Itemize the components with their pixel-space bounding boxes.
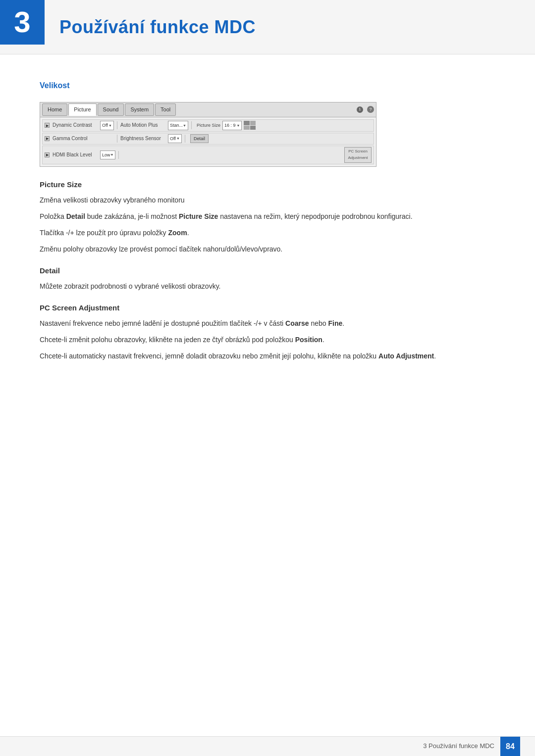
mdc-menu-home[interactable]: Home (42, 103, 67, 116)
footer-text: 3 Používání funkce MDC (423, 741, 494, 752)
row1-select1[interactable]: Off ▼ (100, 121, 114, 130)
row3-sep1 (118, 151, 119, 159)
chapter-number: 3 (14, 7, 30, 37)
subsection-picture-size-para-0: Změna velikosti obrazovky vybraného moni… (40, 195, 495, 206)
footer-page-number: 84 (500, 737, 520, 756)
row1-right: Picture Size 16 : 9 ▼ (197, 121, 256, 130)
mdc-row-1: ▶ Dynamic Contrast Off ▼ Auto Motion Plu… (42, 119, 374, 131)
grid-cell-2 (250, 121, 256, 125)
page-header: Používání funkce MDC (0, 0, 535, 54)
row2-select2[interactable]: Off ▼ (168, 134, 182, 143)
chapter-box: 3 (0, 0, 45, 45)
mdc-menu-picture[interactable]: Picture (68, 103, 96, 116)
row1-expand-arrow[interactable]: ▶ (45, 123, 50, 128)
row2-label2: Brightness Sensor (120, 135, 165, 143)
subsection-heading-detail: Detail (40, 265, 495, 277)
detail-button[interactable]: Detail (190, 134, 209, 143)
grid-cell-4 (250, 126, 256, 130)
row2-label1: Gamma Control (53, 135, 97, 143)
subsection-picture-size-para-2: Tlačítka -/+ lze použít pro úpravu polož… (40, 227, 495, 239)
row3-right: PC ScreenAdjustment (344, 147, 372, 163)
subsection-heading-pc-screen-adjustment: PC Screen Adjustment (40, 302, 495, 314)
mdc-menu-bar: Home Picture Sound System Tool 1 ? (40, 102, 376, 118)
row2-sep2 (185, 135, 185, 143)
mdc-ui-screenshot: Home Picture Sound System Tool 1 ? ▶ Dyn… (40, 102, 376, 167)
badge-number: 1 (357, 106, 363, 113)
mdc-body: ▶ Dynamic Contrast Off ▼ Auto Motion Plu… (40, 117, 376, 166)
row1-label1: Dynamic Contrast (53, 121, 97, 129)
grid-cell-3 (244, 126, 250, 130)
row3-label1: HDMI Black Level (53, 151, 97, 159)
row1-label2: Auto Motion Plus (120, 121, 165, 129)
row1-right-select[interactable]: 16 : 9 ▼ (222, 121, 242, 130)
row3-select1[interactable]: Low ▼ (100, 151, 115, 159)
row1-select2[interactable]: Stan... ▼ (168, 121, 188, 130)
row1-sep2 (191, 121, 192, 129)
subsections-container: Picture SizeZměna velikosti obrazovky vy… (40, 179, 495, 362)
mdc-menu-sound[interactable]: Sound (98, 103, 124, 116)
row2-right: Detail (190, 134, 209, 143)
section-heading: Velikost (40, 79, 495, 94)
mdc-row-3: ▶ HDMI Black Level Low ▼ PC ScreenAdjust… (42, 146, 374, 164)
pc-screen-label: PC ScreenAdjustment (344, 147, 372, 163)
subsection-pc-screen-adjustment-para-1: Chcete-li změnit polohu obrazovky, klikn… (40, 334, 495, 346)
row2-sep1 (117, 135, 117, 143)
mdc-menu-tool[interactable]: Tool (155, 103, 176, 116)
subsection-detail-para-0: Můžete zobrazit podrobnosti o vybrané ve… (40, 281, 495, 292)
subsection-pc-screen-adjustment-para-2: Chcete-li automaticky nastavit frekvenci… (40, 351, 495, 362)
mdc-menu-bar-wrapper: Home Picture Sound System Tool 1 ? (40, 102, 376, 118)
row3-expand-arrow[interactable]: ▶ (45, 152, 50, 157)
grid-cell-1 (244, 121, 250, 125)
subsection-picture-size-para-3: Změnu polohy obrazovky lze provést pomoc… (40, 244, 495, 255)
row1-sep1 (117, 121, 117, 129)
mdc-row-2: ▶ Gamma Control -- ▼ Brightness Sensor O… (42, 133, 374, 145)
mdc-menu-system[interactable]: System (125, 103, 154, 116)
page-footer: 3 Používání funkce MDC 84 (0, 736, 535, 756)
subsection-heading-picture-size: Picture Size (40, 179, 495, 191)
page-title: Používání funkce MDC (59, 13, 256, 42)
subsection-pc-screen-adjustment-para-0: Nastavení frekvence nebo jemné ladění je… (40, 318, 495, 329)
row1-icon-grid (244, 121, 256, 130)
row2-expand-arrow[interactable]: ▶ (45, 136, 50, 141)
subsection-picture-size-para-1: Položka Detail bude zakázána, je-li možn… (40, 211, 495, 222)
main-content: Velikost Home Picture Sound System Tool … (0, 54, 535, 406)
row1-right-label: Picture Size (197, 122, 220, 129)
question-icon[interactable]: ? (367, 106, 374, 113)
